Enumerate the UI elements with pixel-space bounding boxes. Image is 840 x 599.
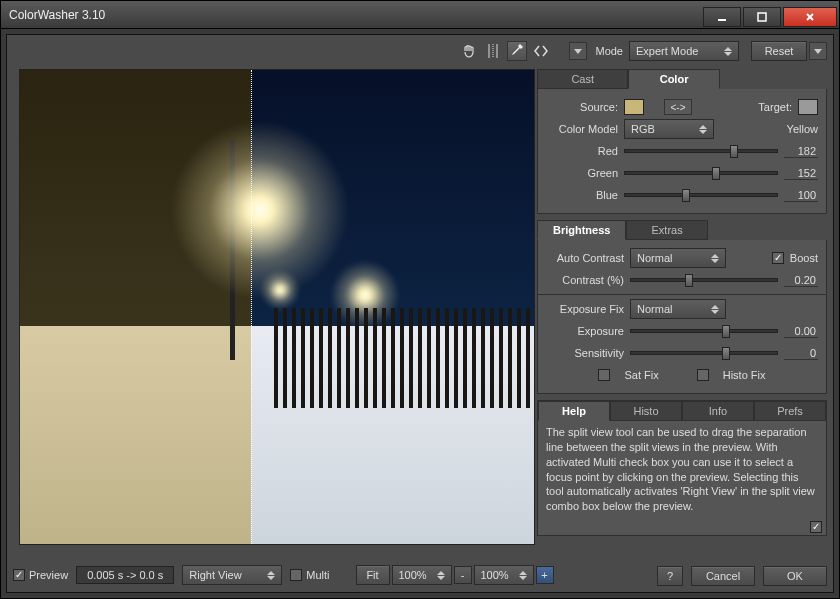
exposure-fix-value: Normal: [637, 303, 705, 315]
exposure-fix-select[interactable]: Normal: [630, 299, 726, 319]
render-time: 0.005 s -> 0.0 s: [76, 566, 174, 584]
split-divider[interactable]: [251, 70, 252, 544]
tab-brightness[interactable]: Brightness: [537, 220, 626, 240]
satfix-label: Sat Fix: [624, 369, 658, 381]
exposure-slider[interactable]: [630, 329, 778, 333]
multi-label: Multi: [306, 569, 329, 581]
app-title: ColorWasher 3.10: [9, 8, 105, 22]
color-model-label: Color Model: [546, 123, 618, 135]
color-readout: Yellow: [787, 123, 818, 135]
exposure-value[interactable]: 0.00: [784, 325, 818, 338]
histofix-label: Histo Fix: [723, 369, 766, 381]
auto-contrast-select[interactable]: Normal: [630, 248, 726, 268]
title-bar: ColorWasher 3.10: [0, 0, 840, 28]
auto-contrast-label: Auto Contrast: [546, 252, 624, 264]
tab-color[interactable]: Color: [628, 69, 719, 89]
source-label: Source:: [546, 101, 618, 113]
view-value: Right View: [189, 569, 261, 581]
help-text: The split view tool can be used to drag …: [538, 421, 826, 519]
boost-label: Boost: [790, 252, 818, 264]
reset-button[interactable]: Reset: [751, 41, 807, 61]
mode-select[interactable]: Expert Mode: [629, 41, 739, 61]
tab-extras[interactable]: Extras: [626, 220, 707, 240]
zoom-minus-button[interactable]: -: [454, 566, 472, 584]
histofix-checkbox[interactable]: [697, 369, 709, 381]
target-swatch[interactable]: [798, 99, 818, 115]
blue-label: Blue: [546, 189, 618, 201]
window-buttons: [703, 3, 839, 27]
info-panel: Help Histo Info Prefs The split view too…: [537, 400, 827, 536]
tab-histo[interactable]: Histo: [610, 401, 682, 421]
contrast-slider[interactable]: [630, 278, 778, 282]
preview-checkbox[interactable]: [13, 569, 25, 581]
top-toolbar: Mode Expert Mode Reset: [13, 40, 827, 62]
sensitivity-value[interactable]: 0: [784, 347, 818, 360]
mode-label: Mode: [595, 45, 623, 57]
satfix-checkbox[interactable]: [598, 369, 610, 381]
multi-checkbox[interactable]: [290, 569, 302, 581]
tab-info[interactable]: Info: [682, 401, 754, 421]
zoom1-select[interactable]: 100%: [392, 565, 452, 585]
color-panel: Source: <-> Target: Color Model RGB Yell: [537, 89, 827, 214]
red-label: Red: [546, 145, 618, 157]
zoom1-value: 100%: [399, 569, 431, 581]
tab-help[interactable]: Help: [538, 401, 610, 421]
cancel-button[interactable]: Cancel: [691, 566, 755, 586]
exposure-label: Exposure: [546, 325, 624, 337]
green-label: Green: [546, 167, 618, 179]
contrast-value[interactable]: 0.20: [784, 274, 818, 287]
streetlight-glow: [170, 120, 350, 300]
contrast-label: Contrast (%): [546, 274, 624, 286]
color-model-value: RGB: [631, 123, 693, 135]
tab-prefs[interactable]: Prefs: [754, 401, 826, 421]
side-panel: Cast Color Source: <-> Target: Color Mod…: [537, 69, 827, 556]
tab-cast[interactable]: Cast: [537, 69, 628, 89]
target-label: Target:: [758, 101, 792, 113]
boost-checkbox[interactable]: [772, 252, 784, 264]
view-select[interactable]: Right View: [182, 565, 282, 585]
source-swatch[interactable]: [624, 99, 644, 115]
exposure-fix-label: Exposure Fix: [546, 303, 624, 315]
main-panel: Mode Expert Mode Reset Cast: [6, 34, 834, 593]
zoom2-value: 100%: [481, 569, 513, 581]
eyedropper-tool-icon[interactable]: [507, 41, 527, 61]
image-preview[interactable]: [19, 69, 535, 545]
reset-dropdown-icon[interactable]: [809, 42, 827, 60]
blue-value[interactable]: 100: [784, 189, 818, 202]
compare-tool-icon[interactable]: [531, 41, 551, 61]
swap-button[interactable]: <->: [664, 99, 692, 115]
zoom2-select[interactable]: 100%: [474, 565, 534, 585]
brightness-panel: Auto Contrast Normal Boost Contrast (%) …: [537, 240, 827, 394]
split-tool-icon[interactable]: [483, 41, 503, 61]
red-slider[interactable]: [624, 149, 778, 153]
fit-button[interactable]: Fit: [356, 565, 390, 585]
help-pin-checkbox[interactable]: [810, 521, 822, 533]
help-button[interactable]: ?: [657, 566, 683, 586]
close-button[interactable]: [783, 7, 837, 27]
zoom-plus-button[interactable]: +: [536, 566, 554, 584]
blue-slider[interactable]: [624, 193, 778, 197]
maximize-button[interactable]: [743, 7, 781, 27]
preset-dropdown-icon[interactable]: [569, 42, 587, 60]
sensitivity-slider[interactable]: [630, 351, 778, 355]
color-model-select[interactable]: RGB: [624, 119, 714, 139]
minimize-button[interactable]: [703, 7, 741, 27]
mode-value: Expert Mode: [636, 45, 718, 57]
auto-contrast-value: Normal: [637, 252, 705, 264]
green-value[interactable]: 152: [784, 167, 818, 180]
sensitivity-label: Sensitivity: [546, 347, 624, 359]
red-value[interactable]: 182: [784, 145, 818, 158]
preview-label: Preview: [29, 569, 68, 581]
ok-button[interactable]: OK: [763, 566, 827, 586]
green-slider[interactable]: [624, 171, 778, 175]
hand-tool-icon[interactable]: [459, 41, 479, 61]
svg-rect-1: [758, 13, 766, 21]
